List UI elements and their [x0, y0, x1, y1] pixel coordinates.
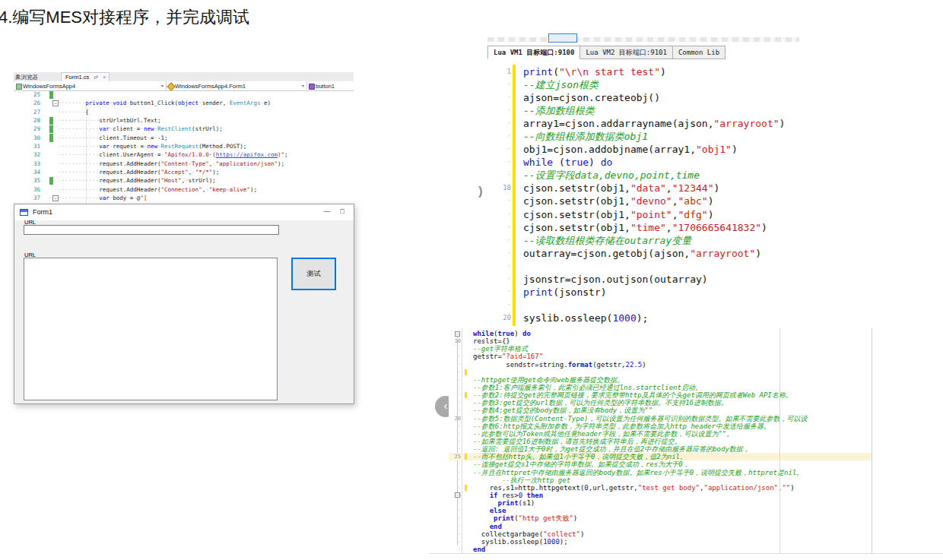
code-text: ········{	[58, 108, 89, 116]
code-line: 37−············var·body·=·@"[	[14, 194, 354, 202]
code-text: outarray=cjson.getobj(ajson,"arrayroot")	[523, 247, 761, 260]
code-line: ·--参数4:get提交的body数据，如果没有body，设置为""	[449, 407, 872, 414]
code-line: 20--参数5:数据类型(Content-Type)，可以设置为任何服务器可识别…	[449, 415, 872, 422]
url-input[interactable]	[24, 225, 279, 235]
code-text: --如果需要提交16进制数据，请首先转换成字符串后，再进行提交。	[473, 438, 681, 445]
change-bar	[465, 454, 467, 460]
code-line: 30− if res>0 then	[449, 492, 872, 499]
code-line: 33············request.AddHeader("Content…	[14, 160, 354, 168]
change-bar	[49, 125, 53, 134]
code-text: --设置字段data,devno,point,time	[523, 169, 700, 182]
tab-object-browser[interactable]: 象浏览器	[15, 74, 38, 81]
result-textarea[interactable]	[24, 258, 278, 400]
member-dropdown[interactable]: button1	[306, 81, 354, 90]
code-line: ·--参数3:get提交的url数据，可以为任何类型的字符串数据。不支持16进制…	[449, 399, 872, 407]
form1-title-bar[interactable]: Form1 — □	[14, 204, 354, 220]
tab-common-lib[interactable]: Common Lib	[673, 46, 726, 59]
code-line: · end	[449, 523, 872, 530]
line-number: ·	[449, 361, 461, 369]
code-text: end	[473, 523, 502, 530]
cropped-button-fragment	[548, 33, 577, 43]
code-text: sendstr=string.format(getstr,22.5)	[473, 361, 646, 369]
tab-lua-vm2[interactable]: Lua VM2 目标端口:9101	[580, 46, 672, 59]
project-dropdown[interactable]: WindowsFormsApp4 ▾	[14, 81, 167, 90]
code-line: 20syslib.ossleep(1000);	[487, 312, 810, 324]
fold-collapse-icon[interactable]: −	[455, 331, 460, 337]
line-number: ·	[449, 499, 461, 507]
window-title: Form1	[33, 208, 52, 216]
code-text: cjson.setstr(obj1,"time","1706665641832"…	[523, 221, 767, 234]
line-number: ·	[449, 445, 461, 453]
class-dropdown-value: WindowsFormsApp4.Form1	[175, 83, 246, 90]
code-text: if res>0 then	[473, 492, 543, 499]
code-text: --连接get提交s1中存储的字符串数据。如果提交成功，res为大于0，	[473, 460, 690, 468]
code-line: ·--建立json根类	[487, 78, 810, 91]
change-bar	[49, 177, 53, 185]
code-line: ·	[449, 369, 872, 376]
code-text: --参数6:http报文头附加参数，为字符串类型，此参数将会加入http hea…	[473, 422, 770, 430]
csharp-project-icon	[16, 84, 22, 90]
code-line: 31············var·request·=·new·RestRequ…	[14, 142, 354, 150]
tab-promote-icon[interactable]: ⇄	[94, 74, 98, 80]
code-text: --httpget使用get命令向web服务器提交数据。	[473, 376, 624, 384]
tab-lua-vm1[interactable]: Lua VM1 目标端口:9100	[487, 46, 580, 59]
code-line: ·--向数组根添加数据类obj1	[487, 130, 810, 143]
change-bar	[465, 392, 467, 398]
line-number: ·	[449, 369, 461, 376]
line-number: ·	[449, 476, 461, 484]
class-dropdown[interactable]: WindowsFormsApp4.Form1 ▾	[166, 81, 307, 90]
line-number: 28	[14, 116, 40, 125]
code-line: ·obj1=cjson.addobjname(array1,"obj1")	[487, 143, 810, 156]
line-number: ·	[449, 546, 461, 553]
code-line: · collectgarbage("collect")	[449, 530, 872, 538]
code-line: 25	[14, 90, 354, 99]
line-number: 34	[14, 168, 40, 176]
line-number: ·	[449, 376, 461, 384]
code-text: ············request.AddHeader("Host",·st…	[58, 176, 216, 185]
line-number: 33	[14, 160, 40, 168]
line-number: ·	[449, 399, 461, 407]
code-line: 27········{	[14, 108, 354, 116]
minimize-button[interactable]: —	[322, 207, 332, 215]
code-text: ············client.Timeout·=·-1;	[58, 134, 168, 142]
code-line: 10reslst={}	[449, 337, 872, 345]
maximize-button[interactable]: □	[337, 207, 348, 215]
line-number: ·	[449, 523, 461, 530]
line-number: 25	[14, 90, 40, 99]
code-line: · sendstr=string.format(getstr,22.5)	[449, 361, 872, 369]
code-line: ·--并且在httpret中存储由服务器返回的body数据。如果res小于等于0…	[449, 469, 872, 476]
code-text: collectgarbage("collect")	[473, 530, 584, 538]
code-line: ·--httpget使用get命令向web服务器提交数据。	[449, 376, 872, 384]
code-text: res,s1=http.httpgetext(0,url,getstr,"tes…	[473, 484, 795, 492]
code-line: 1print("\r\n start test")	[487, 65, 810, 78]
test-button[interactable]: 测试	[291, 258, 336, 290]
code-line: 30············client.Timeout·=·-1;	[14, 134, 354, 142]
line-number: 20	[449, 415, 461, 422]
line-number: 10	[487, 182, 511, 195]
lua-code-area: 1print("\r\n start test")·--建立json根类·ajs…	[487, 65, 810, 324]
line-number: ·	[449, 507, 461, 514]
code-text: print("http get失败")	[473, 514, 577, 522]
code-text: --并且在httpret中存储由服务器返回的body数据。如果res小于等于0，…	[473, 469, 803, 476]
code-text: --参数5:数据类型(Content-Type)，可以设置为任何服务器可识别的数…	[473, 415, 808, 422]
line-number: ·	[487, 260, 511, 273]
code-text: ············var·request·=·new·RestReques…	[58, 142, 246, 150]
code-text: ············client.UserAgent·=·"Apifox/1…	[58, 150, 288, 159]
tab-close-icon[interactable]: ×	[103, 74, 106, 80]
page-title: 4.编写MES对接程序，并完成调试	[0, 6, 249, 29]
line-number: 25	[449, 453, 461, 460]
code-text: --而不包括http头。如果值1小于等于0，说明提交失败，值2为nil。	[473, 453, 687, 460]
line-number: 30	[14, 134, 40, 142]
line-number: ·	[487, 299, 511, 312]
change-bar	[49, 91, 53, 100]
code-line: · --执行一次http get	[449, 476, 872, 484]
code-text: print(jsonstr)	[523, 286, 607, 299]
line-number: 35	[14, 176, 40, 185]
code-line: 29············var·client·=·new·RestClien…	[14, 125, 354, 133]
divider	[430, 553, 943, 554]
code-text: --读取数组根类存储在outarray变量	[523, 234, 691, 247]
line-number: ·	[449, 460, 461, 468]
fold-collapse-icon[interactable]: −	[455, 492, 460, 498]
line-number: ·	[449, 438, 461, 445]
line-number: ·	[449, 484, 461, 492]
